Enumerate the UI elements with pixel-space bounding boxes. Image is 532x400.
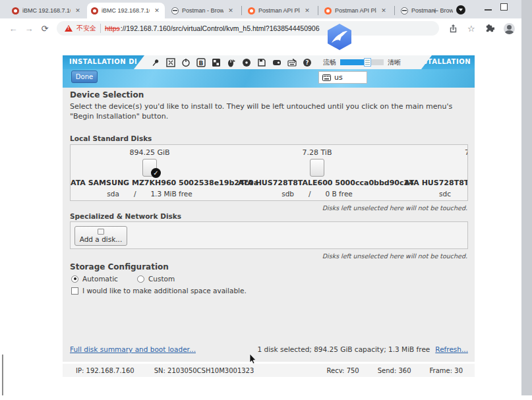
storage-config-heading: Storage Configuration xyxy=(70,262,169,271)
local-disks-panel: 894.25 GiB ✓ ATA SAMSUNG MZ7KH960 500253… xyxy=(70,144,468,201)
tab-close-icon[interactable]: ✕ xyxy=(74,7,82,14)
disk-mount: / xyxy=(134,190,136,198)
radio-custom-icon[interactable] xyxy=(137,275,144,283)
disk-mount: / xyxy=(309,190,311,198)
window-maximize-button[interactable] xyxy=(500,3,508,11)
tab-close-icon[interactable]: ✕ xyxy=(380,7,388,14)
sharp-label: 清晰 xyxy=(388,58,401,67)
postman-favicon xyxy=(248,7,255,14)
record-icon[interactable] xyxy=(272,58,281,67)
browser-update-badge[interactable] xyxy=(456,5,465,14)
disk-icon: ✓ xyxy=(142,159,157,177)
disk-name: ATA SAMSUNG MZ7KH960 5002538e19b24c0a xyxy=(71,179,229,187)
tab-close-icon[interactable]: ✕ xyxy=(303,7,311,14)
svg-text:B: B xyxy=(199,59,204,66)
window-minimize-button[interactable] xyxy=(485,9,492,11)
share-icon[interactable] xyxy=(448,24,458,34)
disk-dev-row: sdc xyxy=(439,190,451,198)
radio-automatic-icon[interactable] xyxy=(71,275,78,283)
mouse-cursor xyxy=(249,354,256,364)
disk-sdb[interactable]: 7.28 TiB ATA HUS728T8TALE600 5000cca0bbd… xyxy=(238,145,396,200)
installer-title-right: STALLATION xyxy=(423,58,471,65)
slider-handle[interactable] xyxy=(364,58,371,67)
bookmark-star-icon[interactable]: ☆ xyxy=(467,24,475,34)
new-tab-button[interactable]: + xyxy=(429,4,442,17)
keyboard-layout-value: us xyxy=(334,73,343,82)
status-send: Send: 360 xyxy=(378,367,411,374)
tab-separator xyxy=(394,6,395,15)
tab-title: Postman API Platfo xyxy=(335,7,376,14)
browser-address-bar: ← → ⟳ 不安全 https ://192.168.7.160/src/vir… xyxy=(0,18,521,38)
ibmc-favicon xyxy=(91,7,98,14)
security-warning-icon xyxy=(65,25,73,32)
radio-custom-label: Custom xyxy=(148,275,175,283)
virtual-keyboard-icon[interactable] xyxy=(287,58,297,67)
security-warning-label: 不安全 xyxy=(76,24,96,33)
cd-icon[interactable] xyxy=(242,58,251,67)
refresh-link[interactable]: Refresh... xyxy=(435,345,468,353)
kvm-viewer: INSTALLATION DESTI STALLATION B ? 流畅 清晰 … xyxy=(63,55,475,378)
tab-separator xyxy=(241,6,242,15)
additional-space-checkbox-row[interactable]: I would like to make additional space av… xyxy=(71,287,247,295)
device-selection-heading: Device Selection xyxy=(70,90,144,100)
slider-fill xyxy=(340,59,367,65)
mouse-icon[interactable] xyxy=(227,58,236,67)
radio-custom[interactable]: Custom xyxy=(137,275,175,283)
pin-icon[interactable] xyxy=(151,58,160,67)
add-disk-button[interactable]: Add a disk... xyxy=(74,226,127,246)
tab-postman-api-2[interactable]: Postman API Platfo ✕ xyxy=(320,3,392,18)
specialized-disks-heading: Specialized & Network Disks xyxy=(70,212,181,220)
local-disks-heading: Local Standard Disks xyxy=(70,134,152,142)
omnibox-divider xyxy=(100,24,101,33)
profile-avatar[interactable] xyxy=(504,23,515,34)
video-quality-slider[interactable] xyxy=(340,59,384,65)
disk-selected-check-icon: ✓ xyxy=(151,168,161,178)
tab-close-icon[interactable]: ✕ xyxy=(153,7,161,14)
status-ip: IP: 192.168.7.160 xyxy=(76,367,134,374)
full-disk-summary-link[interactable]: Full disk summary and boot loader... xyxy=(70,345,196,353)
kvm-toolbar: B ? 流畅 清晰 xyxy=(134,55,432,69)
disk-dev: sdb xyxy=(281,190,294,198)
reload-icon[interactable]: ⟳ xyxy=(37,24,53,34)
tab-postman-browse-1[interactable]: Postman - Browse ✕ xyxy=(167,3,239,18)
disk-icon xyxy=(310,159,324,177)
extensions-puzzle-icon[interactable] xyxy=(485,24,494,34)
disk-sdc-clipped[interactable]: 7 ATA HUS728T8TAL sdc xyxy=(397,145,468,200)
installer-subheader: Done us xyxy=(63,69,475,88)
installer-content: Device Selection Select the device(s) yo… xyxy=(63,88,475,362)
done-button[interactable]: Done xyxy=(71,71,98,83)
disk-free: 0 B free xyxy=(326,190,353,198)
tab-ibmc-2-active[interactable]: iBMC 192.168.7.16 ✕ xyxy=(87,3,165,18)
disk-dev: sdc xyxy=(439,190,451,198)
power-icon[interactable] xyxy=(181,58,191,67)
tab-postman-api-1[interactable]: Postman API Platfo ✕ xyxy=(244,3,315,18)
add-disk-label: Add a disk... xyxy=(75,235,127,243)
keyboard-b-icon[interactable]: B xyxy=(196,58,206,67)
disk-name: ATA HUS728T8TALE600 5000cca0bbd90c24 xyxy=(238,179,396,187)
radio-automatic[interactable]: Automatic xyxy=(71,275,118,283)
tab-title: iBMC 192.168.7.16 xyxy=(102,7,150,14)
disk-size: 7.28 TiB xyxy=(238,148,396,157)
keyboard-layout-selector[interactable]: us xyxy=(318,71,367,84)
back-icon[interactable]: ← xyxy=(5,24,21,34)
forward-icon[interactable]: → xyxy=(21,24,37,34)
additional-space-checkbox[interactable] xyxy=(71,287,78,295)
window-left-edge xyxy=(2,355,3,395)
tab-close-icon[interactable]: ✕ xyxy=(227,7,235,14)
radio-automatic-label: Automatic xyxy=(82,275,118,283)
disk-sda[interactable]: 894.25 GiB ✓ ATA SAMSUNG MZ7KH960 500253… xyxy=(71,145,229,200)
floppy-icon[interactable] xyxy=(257,58,266,67)
unselected-note: Disks left unselected here will not be t… xyxy=(322,204,467,212)
tab-ibmc-1[interactable]: iBMC 192.168.7.16 ✕ xyxy=(8,3,86,18)
url-omnibox[interactable]: 不安全 https ://192.168.7.160/src/virtualCo… xyxy=(57,21,439,36)
smooth-label: 流畅 xyxy=(323,58,336,67)
status-recv: Recv: 750 xyxy=(327,367,359,374)
fullscreen-icon[interactable] xyxy=(166,58,175,67)
selection-summary: 1 disk selected; 894.25 GiB capacity; 1.… xyxy=(258,345,430,353)
disk-size: 7 xyxy=(465,148,468,157)
url-text: ://192.168.7.160/src/virtualControl/kvm_… xyxy=(121,24,320,32)
url-protocol: https xyxy=(105,24,120,32)
screen-split-icon[interactable] xyxy=(212,58,221,67)
ibmc-favicon xyxy=(12,7,19,14)
help-icon[interactable]: ? xyxy=(303,58,312,67)
